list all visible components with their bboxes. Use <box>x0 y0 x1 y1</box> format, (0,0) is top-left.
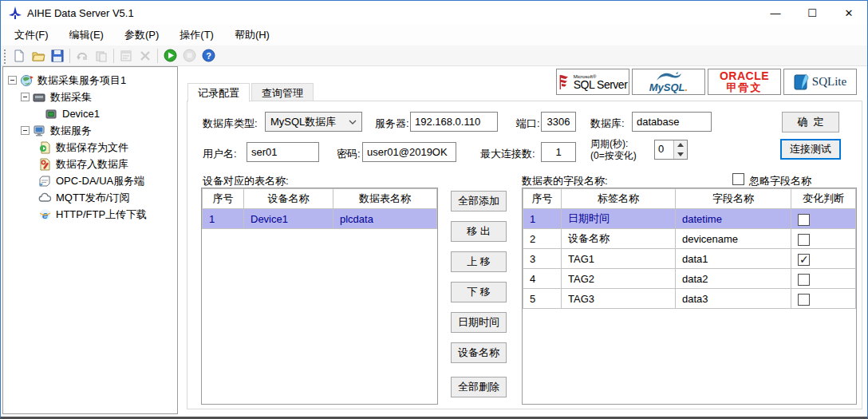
maximize-button[interactable]: ☐ <box>794 1 831 25</box>
spinner-up-icon[interactable] <box>674 140 687 150</box>
tree-node-opc[interactable]: OPC-DA/UA服务端 <box>3 172 177 189</box>
max-conn-input[interactable] <box>541 142 576 162</box>
cell-tag[interactable]: TAG3 <box>562 289 676 309</box>
username-input[interactable] <box>247 142 319 162</box>
cell-field[interactable]: devicename <box>676 229 791 249</box>
menu-bar: 文件(F) 编辑(E) 参数(P) 操作(T) 帮助(H) <box>1 25 867 45</box>
tree-node-label[interactable]: 数据采集 <box>50 90 92 105</box>
field-table-row[interactable]: 5 TAG3 data3 <box>523 289 856 309</box>
tree-node-label[interactable]: Device1 <box>62 108 100 120</box>
oracle-name: ORACLE <box>720 70 769 82</box>
field-table-row[interactable]: 3 TAG1 data1 <box>523 249 856 269</box>
tree-node-service[interactable]: 数据服务 <box>3 122 177 139</box>
device-table-row[interactable]: 1 Device1 plcdata <box>203 209 437 229</box>
collapse-icon[interactable] <box>8 76 17 85</box>
cell-no[interactable]: 1 <box>523 209 562 229</box>
cell-field[interactable]: data2 <box>676 269 791 289</box>
server-input[interactable] <box>410 112 498 132</box>
new-file-icon[interactable] <box>10 47 29 65</box>
tree-node-mqtt[interactable]: MQTT发布/订阅 <box>3 189 177 206</box>
toolbar-grip <box>2 48 6 64</box>
field-table-caption: 数据表的字段名称: <box>522 174 608 188</box>
datetime-button[interactable]: 日期时间 <box>451 312 507 333</box>
database-input[interactable] <box>632 112 712 132</box>
tree-node-label[interactable]: MQTT发布/订阅 <box>56 191 129 205</box>
field-col-field[interactable]: 字段名称 <box>676 189 791 209</box>
ignore-fields-checkbox[interactable] <box>732 173 744 185</box>
cell-field[interactable]: data3 <box>676 289 791 309</box>
menu-edit[interactable]: 编辑(E) <box>59 25 114 45</box>
cell-table[interactable]: plcdata <box>333 209 437 229</box>
device-name-button[interactable]: 设备名称 <box>451 342 507 363</box>
mqtt-cloud-icon <box>38 192 52 204</box>
cell-no[interactable]: 3 <box>523 249 562 269</box>
open-folder-icon[interactable] <box>29 47 48 65</box>
change-detect-checkbox[interactable] <box>798 274 810 286</box>
menu-help[interactable]: 帮助(H) <box>224 25 280 45</box>
delete-all-button[interactable]: 全部删除 <box>451 377 507 397</box>
menu-params[interactable]: 参数(P) <box>114 25 169 45</box>
collapse-icon[interactable] <box>21 93 30 101</box>
cell-no[interactable]: 1 <box>203 209 244 229</box>
device-col-table[interactable]: 数据表名称 <box>333 189 437 209</box>
add-all-button[interactable]: 全部添加 <box>451 191 507 211</box>
menu-operate[interactable]: 操作(T) <box>169 25 224 45</box>
password-input[interactable] <box>362 142 456 162</box>
tree-node-save-db[interactable]: 数据存入数据库 <box>3 156 177 172</box>
move-up-button[interactable]: 上 移 <box>451 251 507 272</box>
tab-query-manage[interactable]: 查询管理 <box>251 83 314 101</box>
tree-node-project[interactable]: 数据采集服务项目1 <box>3 72 177 89</box>
close-button[interactable]: ✕ <box>831 1 867 25</box>
collapse-icon[interactable] <box>21 126 30 135</box>
tree-node-label[interactable]: 数据保存为文件 <box>56 140 128 155</box>
ignore-fields-label[interactable]: 忽略字段名称 <box>749 174 811 188</box>
cell-field[interactable]: datetime <box>676 209 791 229</box>
db-type-select[interactable]: MySQL数据库 <box>265 112 362 132</box>
field-col-change[interactable]: 变化判断 <box>791 189 856 209</box>
minimize-button[interactable]: — <box>757 1 794 25</box>
save-icon[interactable] <box>48 47 67 65</box>
field-col-tag[interactable]: 标签名称 <box>562 189 676 209</box>
change-detect-checkbox[interactable] <box>798 214 810 226</box>
device-col-name[interactable]: 设备名称 <box>244 189 333 209</box>
tree-node-device1[interactable]: Device1 <box>3 105 177 122</box>
tree-node-label[interactable]: OPC-DA/UA服务端 <box>56 174 144 188</box>
cell-tag[interactable]: 设备名称 <box>562 229 676 249</box>
toolbar-separator <box>69 49 70 63</box>
tree-node-http[interactable]: e HTTP/FTP上传下载 <box>3 206 177 223</box>
tree-node-collect[interactable]: 数据采集 <box>3 89 177 105</box>
menu-file[interactable]: 文件(F) <box>4 25 59 45</box>
tree-node-save-file[interactable]: 数据保存为文件 <box>3 139 177 156</box>
remove-button[interactable]: 移 出 <box>451 221 507 242</box>
cell-tag[interactable]: TAG1 <box>562 249 676 269</box>
field-table-row[interactable]: 1 日期时间 datetime <box>523 209 856 229</box>
change-detect-checkbox[interactable] <box>798 294 810 306</box>
device-col-no[interactable]: 序号 <box>203 189 244 209</box>
spinner-down-icon[interactable] <box>674 150 687 160</box>
tree-node-label[interactable]: 数据存入数据库 <box>56 157 128 172</box>
field-col-no[interactable]: 序号 <box>523 189 562 209</box>
tree-node-label[interactable]: 数据服务 <box>50 124 92 138</box>
sqlserver-icon <box>558 73 571 91</box>
move-down-button[interactable]: 下 移 <box>451 282 507 302</box>
change-detect-checkbox[interactable] <box>798 254 810 266</box>
cell-tag[interactable]: TAG2 <box>562 269 676 289</box>
tab-record-config[interactable]: 记录配置 <box>187 83 250 102</box>
cell-device[interactable]: Device1 <box>244 209 333 229</box>
field-table-row[interactable]: 2 设备名称 devicename <box>523 229 856 249</box>
start-icon[interactable] <box>160 47 180 65</box>
change-detect-checkbox[interactable] <box>798 234 810 246</box>
help-icon[interactable]: ? <box>199 47 218 65</box>
port-input[interactable] <box>541 112 576 132</box>
cell-field[interactable]: data1 <box>676 249 791 269</box>
tree-node-label[interactable]: HTTP/FTP上传下载 <box>56 208 147 222</box>
cell-no[interactable]: 4 <box>523 269 562 289</box>
ok-button[interactable]: 确 定 <box>782 112 839 132</box>
tree-node-label[interactable]: 数据采集服务项目1 <box>37 73 126 88</box>
cell-tag[interactable]: 日期时间 <box>562 209 676 229</box>
period-spinner[interactable]: 0 <box>654 140 688 160</box>
cell-no[interactable]: 5 <box>523 289 562 309</box>
cell-no[interactable]: 2 <box>523 229 562 249</box>
connection-test-button[interactable]: 连接测试 <box>780 139 841 160</box>
field-table-row[interactable]: 4 TAG2 data2 <box>523 269 856 289</box>
